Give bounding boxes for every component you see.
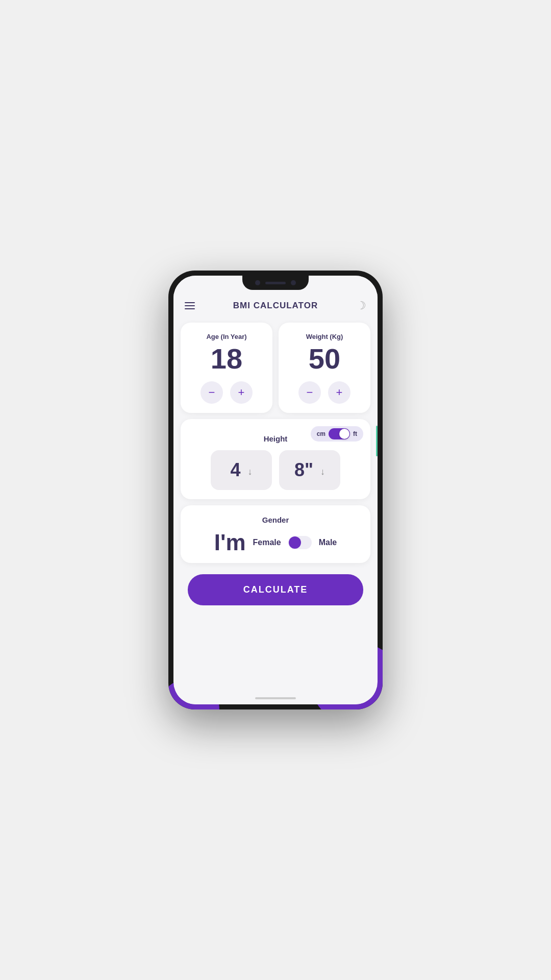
inches-value: 8": [294, 459, 313, 481]
inches-selector[interactable]: 8" ↓: [279, 450, 340, 490]
age-card: Age (In Year) 18 − +: [181, 323, 272, 413]
app-title: BMI CALCULATOR: [233, 301, 318, 311]
hamburger-line2: [185, 305, 195, 306]
hamburger-line1: [185, 302, 195, 303]
theme-toggle-icon[interactable]: ☽: [356, 299, 366, 312]
calculate-btn-area: CALCULATE: [181, 569, 370, 616]
unit-toggle[interactable]: cm ft: [311, 426, 363, 442]
height-label: Height: [264, 434, 288, 443]
unit-toggle-switch[interactable]: [329, 428, 350, 439]
age-stepper: − +: [201, 381, 253, 404]
weight-stepper: − +: [298, 381, 350, 404]
feet-chevron-icon: ↓: [248, 467, 253, 477]
inches-chevron-icon: ↓: [320, 467, 325, 477]
home-indicator: [255, 697, 296, 699]
age-label: Age (In Year): [206, 333, 246, 340]
cards-area: Age (In Year) 18 − + Weight (Kg) 50 −: [173, 318, 378, 694]
front-camera: [255, 280, 260, 285]
phone-frame: BMI CALCULATOR ☽ Age (In Year) 18 − +: [168, 271, 383, 709]
unit-toggle-knob: [339, 429, 349, 439]
gender-row: I'm Female Male: [214, 531, 337, 554]
gender-toggle[interactable]: [288, 536, 312, 549]
female-label: Female: [253, 538, 281, 547]
height-selectors: 4 ↓ 8" ↓: [188, 450, 363, 490]
weight-card: Weight (Kg) 50 − +: [279, 323, 370, 413]
top-row: Age (In Year) 18 − + Weight (Kg) 50 −: [181, 323, 370, 413]
calculate-button[interactable]: CALCULATE: [188, 574, 363, 605]
weight-value: 50: [309, 345, 340, 373]
unit-cm-label: cm: [315, 430, 328, 437]
height-card: cm ft Height 4 ↓ 8": [181, 419, 370, 499]
home-bar: [173, 694, 378, 704]
feet-selector[interactable]: 4 ↓: [211, 450, 272, 490]
notch: [242, 276, 309, 290]
gender-label: Gender: [262, 516, 289, 524]
scrollbar-decor: [376, 426, 378, 456]
age-decrement-button[interactable]: −: [201, 381, 223, 404]
speaker: [265, 282, 286, 284]
age-increment-button[interactable]: +: [230, 381, 253, 404]
im-prefix: I'm: [214, 531, 246, 554]
unit-ft-label: ft: [351, 430, 359, 437]
weight-label: Weight (Kg): [306, 333, 343, 340]
gender-card: Gender I'm Female Male: [181, 505, 370, 563]
gender-toggle-knob: [289, 536, 301, 549]
front-sensor: [291, 280, 296, 285]
weight-increment-button[interactable]: +: [328, 381, 350, 404]
age-value: 18: [211, 345, 242, 373]
app-content: BMI CALCULATOR ☽ Age (In Year) 18 − +: [173, 276, 378, 704]
menu-button[interactable]: [185, 302, 195, 309]
feet-value: 4: [230, 459, 240, 481]
phone-screen: BMI CALCULATOR ☽ Age (In Year) 18 − +: [173, 276, 378, 704]
weight-decrement-button[interactable]: −: [298, 381, 321, 404]
male-label: Male: [319, 538, 337, 547]
hamburger-line3: [185, 308, 195, 309]
